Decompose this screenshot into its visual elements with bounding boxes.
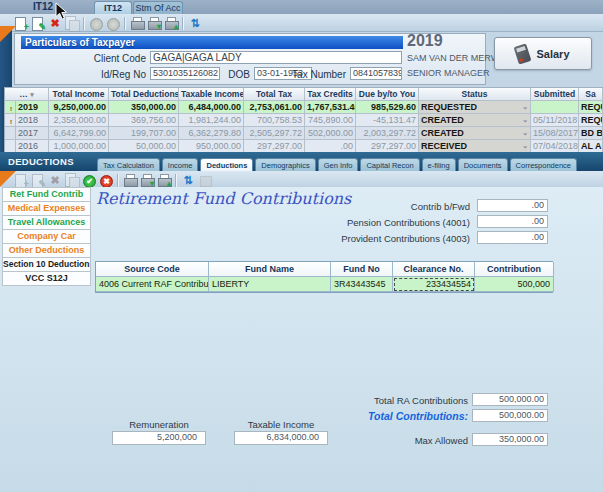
tab-tax-calculation[interactable]: Tax Calculation: [97, 158, 160, 171]
tab-demographics[interactable]: Demographics: [255, 158, 315, 171]
cell-total-income[interactable]: 9,250,000.00: [49, 101, 109, 114]
cell-year[interactable]: 2017: [16, 127, 49, 140]
tab-e-filing[interactable]: e-filing: [422, 158, 456, 171]
sidebar-item-ret-fund-contrib[interactable]: Ret Fund Contrib: [2, 187, 91, 202]
cell-sars[interactable]: REQUE: [579, 114, 603, 127]
print-icon[interactable]: [129, 16, 145, 31]
print-icon[interactable]: [122, 173, 138, 188]
cell-total-deductions[interactable]: 199,707.00: [109, 127, 179, 140]
tab-correspondence[interactable]: Correspondence: [510, 158, 577, 171]
print-email-icon[interactable]: ▾: [146, 16, 162, 31]
sidebar-item-medical-expenses[interactable]: Medical Expenses: [2, 202, 91, 216]
print-email-icon[interactable]: ▾: [139, 173, 155, 188]
chevron-down-icon: ⌄: [522, 140, 528, 152]
edit-document-disabled-icon[interactable]: ✎: [30, 173, 46, 188]
cell-submitted[interactable]: 15/08/2017: [531, 127, 579, 140]
cell-total-income[interactable]: 6,642,799.00: [49, 127, 109, 140]
tab-deductions[interactable]: Deductions: [200, 158, 253, 171]
total-ra-contributions-field[interactable]: 500,000.00: [472, 393, 548, 406]
sidebar-item-travel-allowances[interactable]: Travel Allowances: [2, 216, 91, 230]
delete-disabled-icon[interactable]: ✖: [47, 173, 63, 188]
cancel-icon[interactable]: ✖: [98, 173, 114, 188]
cell-tax-credits[interactable]: 745,890.00: [305, 114, 356, 127]
cell-sars[interactable]: BD BA: [579, 127, 603, 140]
cell-total-deductions[interactable]: 350,000.00: [109, 101, 179, 114]
status-dropdown[interactable]: CREATED⌄: [419, 127, 531, 140]
col-header-contribution[interactable]: Contribution: [475, 262, 554, 277]
status-dropdown[interactable]: REQUESTED⌄: [419, 101, 531, 114]
sidebar-item-section10-deductions[interactable]: Section 10 Deductions: [2, 258, 91, 272]
cell-source-code[interactable]: 4006 Current RAF Contribution: [96, 277, 209, 292]
tab-income[interactable]: Income: [162, 158, 199, 171]
top-tab-stm-of-acc[interactable]: Stm Of Acc: [133, 1, 183, 14]
top-tab-it12[interactable]: IT12: [94, 1, 132, 14]
taxable-income-field[interactable]: 6,834,000.00: [234, 431, 328, 445]
col-header-total-income[interactable]: Total Income: [49, 88, 109, 101]
sidebar-item-company-car[interactable]: Company Car: [2, 230, 91, 244]
cell-due-by-to-you[interactable]: 2,003,297.72: [356, 127, 419, 140]
total-contributions-field[interactable]: 500,000.00: [472, 409, 548, 422]
cell-total-tax[interactable]: 700,758.53: [244, 114, 305, 127]
cell-total-tax[interactable]: 2,753,061.00: [244, 101, 305, 114]
cell-submitted[interactable]: 05/11/2018: [531, 114, 579, 127]
deductions-tabstrip: Tax Calculation Income Deductions Demogr…: [97, 158, 577, 171]
edit-document-icon[interactable]: ✎: [30, 16, 46, 31]
cell-tax-credits[interactable]: 502,000.00: [305, 127, 356, 140]
col-header-total-tax[interactable]: Total Tax: [244, 88, 305, 101]
col-header-tax-credits[interactable]: Tax Credits: [305, 88, 356, 101]
sidebar-item-vcc-s12j[interactable]: VCC S12J: [2, 272, 91, 286]
tab-documents[interactable]: Documents: [458, 158, 508, 171]
status-dropdown[interactable]: CREATED⌄: [419, 114, 531, 127]
cell-total-deductions[interactable]: 369,756.00: [109, 114, 179, 127]
cell-contribution[interactable]: 500,000: [475, 277, 554, 292]
col-header-fund-name[interactable]: Fund Name: [209, 262, 331, 277]
cell-fund-no[interactable]: 3R43443545: [331, 277, 393, 292]
col-header-status[interactable]: Status: [419, 88, 531, 101]
col-header-source-code[interactable]: Source Code: [96, 262, 209, 277]
salary-button[interactable]: Salary: [494, 37, 592, 70]
pension-contributions-label: Pension Contributions (4001): [280, 217, 470, 228]
id-reg-field[interactable]: 5301035126082: [150, 67, 220, 80]
copy-document-disabled-icon[interactable]: [64, 173, 80, 188]
col-header-sars[interactable]: Sa: [579, 88, 603, 101]
cell-submitted[interactable]: [531, 101, 579, 114]
col-header-fund-no[interactable]: Fund No: [331, 262, 393, 277]
cell-taxable-income[interactable]: 1,981,244.00: [179, 114, 244, 127]
tab-gen-info[interactable]: Gen Info: [318, 158, 359, 171]
cell-year[interactable]: 2018: [16, 114, 49, 127]
sidebar-item-other-deductions[interactable]: Other Deductions: [2, 244, 91, 258]
col-header-submitted[interactable]: Submitted: [531, 88, 579, 101]
pension-contributions-field[interactable]: .00: [477, 215, 548, 228]
accept-icon[interactable]: ✔: [81, 173, 97, 188]
provident-contributions-field[interactable]: .00: [477, 231, 548, 244]
cell-tax-credits[interactable]: 1,767,531.40: [305, 101, 356, 114]
print-export-icon[interactable]: ▴: [156, 173, 172, 188]
cell-due-by-to-you[interactable]: 985,529.60: [356, 101, 419, 114]
cell-taxable-income[interactable]: 6,362,279.80: [179, 127, 244, 140]
col-header-taxable-income[interactable]: Taxable Income: [179, 88, 244, 101]
accept-disabled-icon[interactable]: [88, 16, 104, 31]
grid-header-ellipsis[interactable]: … ▾: [5, 88, 49, 101]
cell-due-by-to-you[interactable]: -45,131.47: [356, 114, 419, 127]
col-header-total-deductions[interactable]: Total Deductions: [109, 88, 179, 101]
client-code-field[interactable]: GAGA|GAGA LADY: [150, 51, 402, 64]
remuneration-field[interactable]: 5,200,000: [112, 431, 206, 445]
grid-disabled-icon[interactable]: [197, 173, 213, 188]
max-allowed-field[interactable]: 350,000.00: [472, 433, 548, 446]
col-header-due-by-to-you[interactable]: Due by/to You: [356, 88, 419, 101]
sync-icon[interactable]: ⇅: [180, 173, 196, 188]
cancel-disabled-icon[interactable]: [105, 16, 121, 31]
cell-sars[interactable]: REQUE: [579, 101, 603, 114]
tab-capital-recon[interactable]: Capital Recon: [360, 158, 419, 171]
cell-fund-name[interactable]: LIBERTY: [209, 277, 331, 292]
cell-clearance-no[interactable]: 233434554: [393, 277, 475, 292]
cell-total-tax[interactable]: 2,505,297.72: [244, 127, 305, 140]
print-export-icon[interactable]: ▴: [163, 16, 179, 31]
cell-taxable-income[interactable]: 6,484,000.00: [179, 101, 244, 114]
col-header-clearance-no[interactable]: Clearance No.: [393, 262, 475, 277]
sync-icon[interactable]: ⇅: [187, 16, 203, 31]
cell-year[interactable]: 2019: [16, 101, 49, 114]
tax-number-field[interactable]: 0841057839: [350, 67, 402, 80]
contrib-bfwd-field[interactable]: .00: [477, 199, 548, 212]
cell-total-income[interactable]: 2,358,000.00: [49, 114, 109, 127]
